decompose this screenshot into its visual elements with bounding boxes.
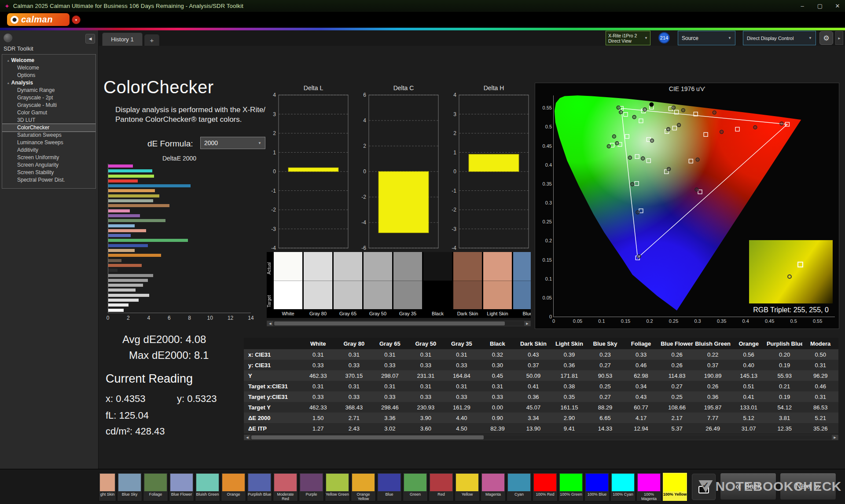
sidebar-item-additivity[interactable]: Additivity xyxy=(2,146,96,154)
sidebar-item-spectral-power-dist[interactable]: Spectral Power Dist. xyxy=(2,176,96,184)
measured-point xyxy=(636,211,639,214)
sidebar-collapse-button[interactable]: ◀ xyxy=(85,34,95,44)
scrollbar-thumb[interactable] xyxy=(274,321,505,325)
sidebar-section-label: Welcome xyxy=(11,58,34,63)
back-button[interactable]: « Back xyxy=(720,473,776,500)
scrollbar-track[interactable] xyxy=(273,321,524,326)
add-tab-button[interactable]: + xyxy=(144,34,159,46)
close-button[interactable]: ✕ xyxy=(833,3,842,9)
table-cell: 0.33 xyxy=(372,360,408,370)
table-scrollbar[interactable]: ◀ ▶ xyxy=(244,435,838,440)
patch-button-bluish-green[interactable]: Bluish Green xyxy=(195,472,220,501)
sidebar-tree: ▴WelcomeWelcomeOptions▴AnalysisDynamic R… xyxy=(2,54,96,189)
patch-button-ght-skin[interactable]: ght Skin xyxy=(99,472,116,501)
display-control-dropdown[interactable]: Direct Display Control ▼ xyxy=(743,31,816,45)
next-button[interactable]: Next » xyxy=(780,473,836,500)
table-cell: 26.49 xyxy=(695,423,731,434)
sidebar-item-color-gamut[interactable]: Color Gamut xyxy=(2,109,96,117)
swatch-blue[interactable]: Blue xyxy=(513,252,531,318)
patch-button-foliage[interactable]: Foliage xyxy=(143,472,168,501)
patch-button-100-magenta[interactable]: 100% Magenta xyxy=(636,472,661,501)
sidebar-item-saturation-sweeps[interactable]: Saturation Sweeps xyxy=(2,131,96,139)
panel-toggle-button[interactable]: ▸ xyxy=(835,31,843,45)
logo-menu-button[interactable]: ▼ xyxy=(72,15,81,24)
tab-history-1[interactable]: History 1 xyxy=(102,33,143,46)
row-label: y: CIE31 xyxy=(244,360,300,370)
y-tick-label: -2 xyxy=(271,207,276,213)
sidebar-item-options[interactable]: Options xyxy=(2,72,96,79)
patch-button-100-red[interactable]: 100% Red xyxy=(533,472,558,501)
patch-button-green[interactable]: Green xyxy=(403,472,428,501)
swatch-gray-80[interactable]: Gray 80 xyxy=(304,252,332,318)
table-cell: 3.34 xyxy=(515,413,551,423)
scroll-left-icon[interactable]: ◀ xyxy=(267,321,273,326)
y-tick-label: -4 xyxy=(361,219,366,226)
patch-swatch xyxy=(430,474,452,491)
patch-button-orange-yellow[interactable]: Orange Yellow xyxy=(351,472,376,501)
patch-button-100-green[interactable]: 100% Green xyxy=(558,472,584,501)
swatch-gray-35[interactable]: Gray 35 xyxy=(393,252,422,318)
swatch-label: Light Skin xyxy=(483,309,512,318)
back-chevrons-icon: « xyxy=(735,480,741,493)
scrollbar-thumb[interactable] xyxy=(251,435,484,439)
table-cell: 0.25 xyxy=(659,391,695,402)
patch-button-cyan[interactable]: Cyan xyxy=(507,472,532,501)
scroll-right-icon[interactable]: ▶ xyxy=(832,435,838,440)
swatch-black[interactable]: Black xyxy=(423,252,452,318)
patch-button-purple[interactable]: Purple xyxy=(299,472,324,501)
minimize-button[interactable]: – xyxy=(797,3,807,9)
patch-button-orange[interactable]: Orange xyxy=(221,472,246,501)
sidebar-item-3d-lut[interactable]: 3D LUT xyxy=(2,117,96,124)
de-formula-dropdown[interactable]: 2000 ▼ xyxy=(200,137,265,149)
table-cell: 31.07 xyxy=(731,423,767,434)
sidebar-item-screen-angularity[interactable]: Screen Angularity xyxy=(2,161,96,169)
sidebar-item-screen-uniformity[interactable]: Screen Uniformity xyxy=(2,154,96,161)
sidebar-item-welcome[interactable]: Welcome xyxy=(2,64,96,72)
sidebar-section-welcome[interactable]: ▴Welcome xyxy=(2,57,96,64)
scroll-left-icon[interactable]: ◀ xyxy=(244,435,250,440)
source-dropdown[interactable]: Source ▼ xyxy=(678,31,735,45)
table-cell: 0.45 xyxy=(480,370,516,381)
patch-button-red[interactable]: Red xyxy=(429,472,454,501)
table-cell: 0.31 xyxy=(444,381,480,391)
swatch-light-skin[interactable]: Light Skin xyxy=(483,252,512,318)
patch-button-blue-sky[interactable]: Blue Sky xyxy=(117,472,142,501)
table-cell: 0.31 xyxy=(802,360,838,370)
swatch-white[interactable]: White xyxy=(274,252,302,318)
swatch-dark-skin[interactable]: Dark Skin xyxy=(453,252,482,318)
session-indicator-button[interactable] xyxy=(4,33,12,42)
sidebar-item-grayscale-2pt[interactable]: Grayscale - 2pt xyxy=(2,94,96,102)
patch-button-yellow[interactable]: Yellow xyxy=(455,472,480,501)
sidebar-item-screen-stability[interactable]: Screen Stability xyxy=(2,169,96,176)
sidebar-item-dynamic-range[interactable]: Dynamic Range xyxy=(2,87,96,94)
measured-point xyxy=(643,108,647,111)
maximize-button[interactable]: ▢ xyxy=(815,3,825,9)
settings-button[interactable]: ⚙ xyxy=(819,31,833,45)
sidebar-item-luminance-sweeps[interactable]: Luminance Sweeps xyxy=(2,139,96,146)
patch-button-blue-flower[interactable]: Blue Flower xyxy=(169,472,194,501)
sidebar-item-grayscale-multi[interactable]: Grayscale - Multi xyxy=(2,102,96,109)
patch-button-yellow-green[interactable]: Yellow Green xyxy=(325,472,350,501)
patch-swatch xyxy=(482,474,504,491)
patch-label: Purplish Blue xyxy=(247,491,272,501)
patch-button-magenta[interactable]: Magenta xyxy=(481,472,506,501)
cie-x-tick: 0.2 xyxy=(642,318,657,324)
patch-button-100-yellow[interactable]: 100% Yellow xyxy=(662,472,687,501)
swatch-gray-50[interactable]: Gray 50 xyxy=(364,252,392,318)
de-x-tick: 4 xyxy=(145,315,153,321)
scroll-right-icon[interactable]: ▶ xyxy=(524,321,530,326)
sidebar-section-analysis[interactable]: ▴Analysis xyxy=(2,79,96,87)
display-pattern-button[interactable]: ▲ xyxy=(692,474,716,500)
sidebar-item-colorchecker[interactable]: ColorChecker xyxy=(2,124,96,131)
patch-button-blue[interactable]: Blue xyxy=(377,472,402,501)
patch-button-100-blue[interactable]: 100% Blue xyxy=(584,472,610,501)
scrollbar-track[interactable] xyxy=(250,435,832,440)
patch-button-purplish-blue[interactable]: Purplish Blue xyxy=(247,472,272,501)
meter-dropdown[interactable]: X-Rite i1Pro 2 Direct View ▼ xyxy=(606,31,650,45)
patch-button-moderate-red[interactable]: Moderate Red xyxy=(273,472,298,501)
patch-swatch xyxy=(300,474,323,491)
swatch-gray-65[interactable]: Gray 65 xyxy=(334,252,362,318)
patch-button-100-cyan[interactable]: 100% Cyan xyxy=(610,472,636,501)
swatch-scrollbar[interactable]: ◀ ▶ xyxy=(267,321,531,326)
table-cell: 50.09 xyxy=(515,370,551,381)
